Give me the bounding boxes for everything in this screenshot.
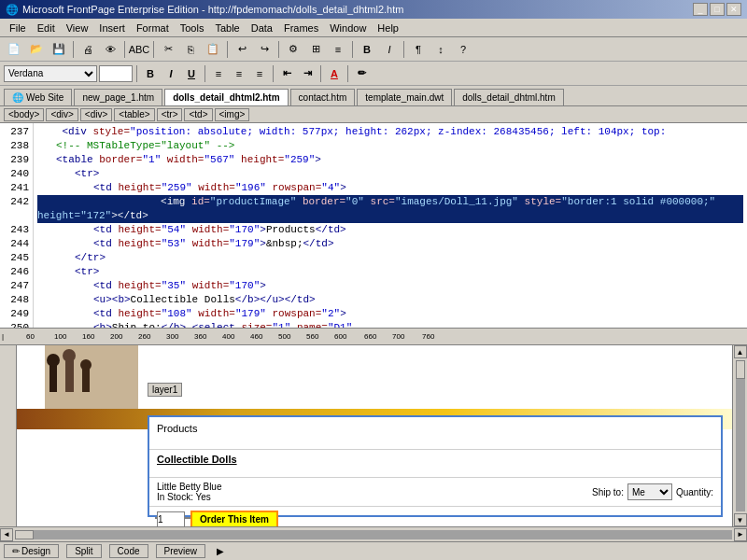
- tag-div2[interactable]: <div>: [80, 108, 112, 121]
- h-scroll-thumb[interactable]: [15, 530, 34, 539]
- font-color-button[interactable]: A: [325, 65, 344, 82]
- menu-tools[interactable]: Tools: [175, 21, 210, 35]
- para-button[interactable]: ¶: [408, 40, 429, 59]
- tab-dolls-detail-dhtml2[interactable]: dolls_detail_dhtml2.htm: [164, 89, 288, 105]
- code-line-241: <td height="259" width="196" rowspan="4"…: [93, 181, 743, 195]
- split-tab-button[interactable]: Split: [66, 544, 101, 558]
- code-editor[interactable]: 237 238 239 240 241 242 243 244 245 246 …: [0, 123, 747, 329]
- main-toolbar: 📄 📂 💾 🖨 👁 ABC ✂ ⎘ 📋 ↩ ↪ ⚙ ⊞ ≡ B I ¶ ↕ ?: [0, 37, 747, 62]
- menu-insert[interactable]: Insert: [93, 21, 131, 35]
- menu-file[interactable]: File: [4, 21, 32, 35]
- svg-point-6: [80, 359, 92, 371]
- maximize-button[interactable]: □: [710, 3, 725, 16]
- line-248: 248: [4, 293, 29, 307]
- print-button[interactable]: 🖨: [78, 40, 98, 59]
- cut-button[interactable]: ✂: [158, 40, 178, 59]
- line-243: 243: [4, 223, 29, 237]
- nav-area: [45, 345, 138, 409]
- menu-table[interactable]: Table: [209, 21, 245, 35]
- highlight-button[interactable]: ✏: [352, 65, 371, 82]
- tab-template-main[interactable]: template_main.dwt: [357, 89, 452, 105]
- font-select[interactable]: Verdana: [4, 65, 97, 82]
- minimize-button[interactable]: _: [693, 3, 708, 16]
- design-tab-button[interactable]: ✏ Design: [4, 544, 59, 558]
- tag-div1[interactable]: <div>: [46, 108, 78, 121]
- format-toolbar: Verdana B I U ≡ ≡ ≡ ⇤ ⇥ A ✏: [0, 62, 747, 86]
- italic-button[interactable]: I: [162, 65, 180, 82]
- code-line-239: <table border="1" width="567" height="25…: [56, 153, 743, 167]
- tag-td[interactable]: <td>: [184, 108, 212, 121]
- indent-button[interactable]: ⇥: [298, 65, 317, 82]
- scroll-up-button[interactable]: ▲: [734, 345, 747, 358]
- menu-data[interactable]: Data: [246, 21, 278, 35]
- v-ruler: [0, 345, 17, 526]
- line-242: 242: [4, 195, 29, 209]
- tab-dolls-detail-dhtml[interactable]: dolls_detail_dhtml.htm: [454, 89, 564, 105]
- menu-format[interactable]: Format: [131, 21, 175, 35]
- align-center-button[interactable]: ≡: [230, 65, 248, 82]
- new-button[interactable]: 📄: [4, 40, 24, 59]
- underline-button[interactable]: U: [182, 65, 201, 82]
- v-scroll-track: [736, 360, 745, 511]
- close-button[interactable]: ✕: [726, 3, 741, 16]
- order-button[interactable]: Order This Item: [190, 511, 278, 526]
- bold-button[interactable]: B: [141, 65, 160, 82]
- scroll-down-button[interactable]: ▼: [734, 513, 747, 526]
- menu-window[interactable]: Window: [324, 21, 372, 35]
- scroll-right-status[interactable]: ▶: [217, 546, 224, 556]
- tab-contact[interactable]: contact.htm: [290, 89, 356, 105]
- globe-icon: 🌐: [12, 92, 23, 103]
- scroll-left-button[interactable]: ◄: [0, 528, 13, 541]
- title-bar: 🌐 Microsoft FrontPage Enterprise Edition…: [0, 0, 747, 19]
- open-button[interactable]: 📂: [26, 40, 47, 59]
- code-tab-button[interactable]: Code: [109, 544, 148, 558]
- save-button[interactable]: 💾: [49, 40, 69, 59]
- copy-button[interactable]: ⎘: [180, 40, 201, 59]
- align-left-button[interactable]: ≡: [209, 65, 228, 82]
- code-content[interactable]: <div style="position: absolute; width: 5…: [34, 123, 747, 328]
- tag-body[interactable]: <body>: [4, 108, 44, 121]
- tag-table[interactable]: <table>: [114, 108, 154, 121]
- status-bar: ✏ Design Split Code Preview ▶: [0, 541, 747, 560]
- sep3: [153, 41, 154, 58]
- scroll-right-button[interactable]: ►: [734, 528, 747, 541]
- redo-button[interactable]: ↪: [254, 40, 275, 59]
- italic-toolbar-button[interactable]: I: [379, 40, 400, 59]
- undo-button[interactable]: ↩: [232, 40, 252, 59]
- v-scroll-thumb[interactable]: [736, 360, 745, 379]
- tab-web-site[interactable]: 🌐 Web Site: [4, 89, 72, 105]
- code-line-238: <!-- MSTableType="layout" -->: [56, 139, 743, 153]
- web-component-button[interactable]: ⚙: [283, 40, 303, 59]
- insert-rows-button[interactable]: ≡: [328, 40, 348, 59]
- collectible-dolls-row: Collectible Dolls: [149, 450, 721, 478]
- line-numbers: 237 238 239 240 241 242 243 244 245 246 …: [0, 123, 34, 328]
- code-line-237: <div style="position: absolute; width: 5…: [37, 125, 743, 139]
- preview-button[interactable]: 👁: [100, 40, 120, 59]
- align-right-button[interactable]: ≡: [250, 65, 269, 82]
- help-button[interactable]: ?: [453, 40, 473, 59]
- tag-img[interactable]: <img>: [215, 108, 250, 121]
- menu-help[interactable]: Help: [372, 21, 404, 35]
- tag-tr[interactable]: <tr>: [157, 108, 183, 121]
- bold-toolbar-button[interactable]: B: [357, 40, 377, 59]
- outdent-button[interactable]: ⇤: [277, 65, 296, 82]
- tab-new-page[interactable]: new_page_1.htm: [74, 89, 162, 105]
- product-name: Little Betty Blue: [157, 482, 585, 492]
- menu-view[interactable]: View: [61, 21, 94, 35]
- line-247: 247: [4, 279, 29, 293]
- line-237: 237: [4, 125, 29, 139]
- paste-button[interactable]: 📋: [203, 40, 223, 59]
- spell-button[interactable]: ABC: [129, 40, 149, 59]
- sep5: [278, 41, 279, 58]
- table-button[interactable]: ⊞: [305, 40, 326, 59]
- menu-edit[interactable]: Edit: [32, 21, 61, 35]
- preview-tab-button[interactable]: Preview: [156, 544, 206, 558]
- ship-to-select[interactable]: Me Other: [627, 483, 672, 500]
- code-line-246: <tr>: [75, 265, 743, 279]
- product-table: Products Collectible Dolls Little Betty …: [148, 415, 723, 517]
- line-240: 240: [4, 167, 29, 181]
- menu-frames[interactable]: Frames: [278, 21, 324, 35]
- quantity-input[interactable]: [157, 511, 185, 527]
- font-size-input[interactable]: [99, 65, 133, 82]
- expand-button[interactable]: ↕: [430, 40, 451, 59]
